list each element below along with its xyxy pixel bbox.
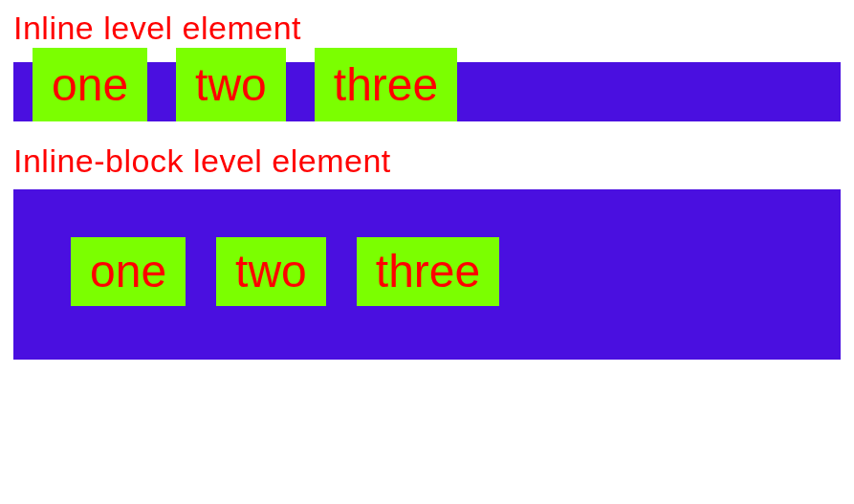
inline-block-box: one: [71, 237, 186, 306]
inline-box: two: [176, 48, 286, 121]
heading-inline: Inline level element: [13, 10, 841, 47]
inline-demo-container: one two three: [13, 62, 841, 121]
inline-block-box: three: [357, 237, 499, 306]
heading-inline-block: Inline-block level element: [13, 142, 841, 180]
inline-box: three: [315, 48, 457, 121]
diagram-root: Inline level element one two three Inlin…: [0, 0, 854, 360]
inline-block-box: two: [216, 237, 326, 306]
inline-box: one: [33, 48, 147, 121]
inline-block-demo-container: one two three: [13, 189, 841, 360]
